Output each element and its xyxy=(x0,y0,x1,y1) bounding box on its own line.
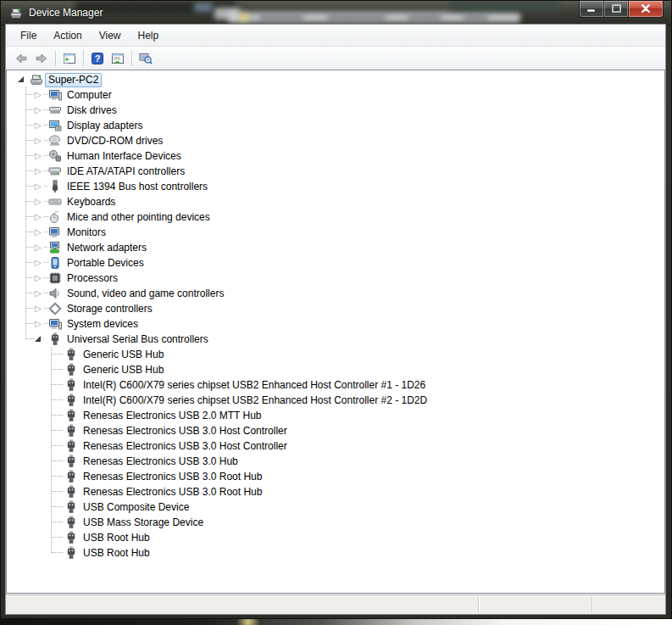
tree-item[interactable]: ▷Display adapters xyxy=(7,118,664,133)
tree-item-label[interactable]: Monitors xyxy=(64,226,109,240)
tree-item-label[interactable]: Disk drives xyxy=(64,103,120,118)
tree-item-label[interactable]: Renesas Electronics USB 3.0 Host Control… xyxy=(80,424,291,438)
tree-item-label[interactable]: Computer xyxy=(64,88,115,103)
tree-item[interactable]: Intel(R) C600/X79 series chipset USB2 En… xyxy=(7,393,664,408)
help-button[interactable]: ? xyxy=(87,49,108,68)
expand-arrow-icon[interactable]: ▷ xyxy=(35,289,43,298)
tree-item-label[interactable]: Super-PC2 xyxy=(45,73,102,87)
tree-item-label[interactable]: Keyboards xyxy=(64,195,119,209)
minimize-button[interactable] xyxy=(579,1,604,18)
tree-item[interactable]: Renesas Electronics USB 3.0 Root Hub xyxy=(7,484,664,499)
tree-item-label[interactable]: USB Mass Storage Device xyxy=(80,516,207,530)
tree-item[interactable]: ▷Sound, video and game controllers xyxy=(7,286,664,301)
tree-item-label[interactable]: Renesas Electronics USB 3.0 Host Control… xyxy=(80,439,291,454)
tree-item-label[interactable]: Intel(R) C600/X79 series chipset USB2 En… xyxy=(80,378,429,393)
tree-item-label[interactable]: USB Composite Device xyxy=(80,500,192,515)
tree-item[interactable]: ▷Portable Devices xyxy=(7,255,664,271)
tree-item[interactable]: ▷Storage controllers xyxy=(7,301,664,316)
tree-item[interactable]: ▷DVD/CD-ROM drives xyxy=(7,133,664,148)
tree-item[interactable]: Generic USB Hub xyxy=(7,362,664,377)
tree-item[interactable]: ▷Human Interface Devices xyxy=(7,148,664,164)
tree-item-label[interactable]: Human Interface Devices xyxy=(64,149,185,164)
tree-item-label[interactable]: Renesas Electronics USB 3.0 Root Hub xyxy=(80,470,265,484)
tree-item[interactable]: Renesas Electronics USB 3.0 Hub xyxy=(7,454,664,469)
forward-arrow-button[interactable] xyxy=(31,49,52,68)
scan-hardware-changes-button[interactable] xyxy=(136,49,156,68)
expand-arrow-icon[interactable]: ▷ xyxy=(35,121,43,130)
tree-item[interactable]: ▷Network adapters xyxy=(7,240,664,255)
expand-arrow-icon[interactable]: ▷ xyxy=(35,213,43,221)
collapse-arrow-icon[interactable] xyxy=(18,76,24,82)
expand-arrow-icon[interactable]: ▷ xyxy=(35,274,43,282)
tree-item-label[interactable]: Generic USB Hub xyxy=(80,363,167,377)
tree-item[interactable]: ▷System devices xyxy=(7,316,664,332)
tree-item-label[interactable]: Renesas Electronics USB 3.0 Root Hub xyxy=(80,485,265,499)
tree-line xyxy=(51,423,52,438)
tree-item[interactable]: Universal Serial Bus controllers xyxy=(7,332,664,347)
expand-arrow-icon[interactable]: ▷ xyxy=(35,243,43,252)
expand-arrow-icon[interactable]: ▷ xyxy=(35,320,43,328)
tree-item-label[interactable]: Portable Devices xyxy=(64,256,147,271)
menu-action[interactable]: Action xyxy=(46,27,89,44)
tree-item-label[interactable]: Renesas Electronics USB 2.0 MTT Hub xyxy=(80,409,265,423)
properties-window-button[interactable] xyxy=(108,49,128,68)
maximize-button[interactable] xyxy=(604,1,629,18)
expand-arrow-icon[interactable]: ▷ xyxy=(35,137,43,145)
tree-item-label[interactable]: USB Root Hub xyxy=(80,546,153,561)
usb-device-icon xyxy=(64,485,78,499)
expand-arrow-icon[interactable]: ▷ xyxy=(35,106,43,114)
expand-arrow-icon[interactable]: ▷ xyxy=(35,259,43,267)
tree-item-label[interactable]: IDE ATA/ATAPI controllers xyxy=(64,165,188,179)
tree-item[interactable]: Renesas Electronics USB 3.0 Root Hub xyxy=(7,469,664,484)
tree-item-label[interactable]: Sound, video and game controllers xyxy=(64,287,227,301)
expand-arrow-icon[interactable]: ▷ xyxy=(35,304,43,313)
tree-item[interactable]: ▷IEEE 1394 Bus host controllers xyxy=(7,179,664,194)
tree-item[interactable]: Renesas Electronics USB 3.0 Host Control… xyxy=(7,423,664,438)
tree-item-label[interactable]: Intel(R) C600/X79 series chipset USB2 En… xyxy=(80,393,430,408)
expand-arrow-icon[interactable]: ▷ xyxy=(35,198,43,206)
tree-item-label[interactable]: Storage controllers xyxy=(64,302,156,316)
tree-item[interactable]: USB Composite Device xyxy=(7,499,664,515)
tree-item-label[interactable]: Generic USB Hub xyxy=(80,348,167,362)
tree-item[interactable]: Super-PC2 xyxy=(7,72,664,87)
tree-item-label[interactable]: DVD/CD-ROM drives xyxy=(64,134,166,148)
tree-item[interactable]: USB Root Hub xyxy=(7,545,664,561)
tree-item[interactable]: USB Mass Storage Device xyxy=(7,515,664,530)
expand-arrow-icon[interactable]: ▷ xyxy=(35,152,43,160)
tree-item-label[interactable]: System devices xyxy=(64,317,142,332)
tree-item[interactable]: ▷IDE ATA/ATAPI controllers xyxy=(7,164,664,179)
collapse-arrow-icon[interactable] xyxy=(35,336,41,342)
title-bar[interactable]: Device Manager xyxy=(1,1,671,25)
tree-item-label[interactable]: USB Root Hub xyxy=(80,531,153,545)
expand-arrow-icon[interactable]: ▷ xyxy=(35,167,43,176)
tree-item-label[interactable]: Mice and other pointing devices xyxy=(64,210,214,225)
tree-item[interactable]: Renesas Electronics USB 2.0 MTT Hub xyxy=(7,408,664,423)
tree-item[interactable]: ▷Mice and other pointing devices xyxy=(7,209,664,225)
menu-view[interactable]: View xyxy=(92,27,129,44)
menu-file[interactable]: File xyxy=(13,27,44,44)
show-hide-console-tree-button[interactable] xyxy=(59,49,80,68)
tree-item-label[interactable]: Network adapters xyxy=(64,241,150,255)
tree-item-label[interactable]: IEEE 1394 Bus host controllers xyxy=(64,180,211,194)
tree-item-label[interactable]: Processors xyxy=(64,271,121,286)
expand-arrow-icon[interactable]: ▷ xyxy=(35,91,43,99)
tree-item-label[interactable]: Renesas Electronics USB 3.0 Hub xyxy=(80,455,242,469)
tree-item[interactable]: ▷Disk drives xyxy=(7,103,664,118)
back-arrow-button[interactable] xyxy=(11,49,31,68)
tree-item[interactable]: Generic USB Hub xyxy=(7,347,664,362)
usb-device-icon xyxy=(64,409,78,422)
menu-help[interactable]: Help xyxy=(131,27,167,44)
tree-item-label[interactable]: Display adapters xyxy=(64,119,146,133)
tree-item-label[interactable]: Universal Serial Bus controllers xyxy=(64,332,212,347)
tree-item[interactable]: ▷Computer xyxy=(7,87,664,103)
tree-item[interactable]: ▷Processors xyxy=(7,271,664,286)
expand-arrow-icon[interactable]: ▷ xyxy=(35,182,43,191)
device-tree[interactable]: Super-PC2▷Computer▷Disk drives▷Display a… xyxy=(6,70,665,594)
tree-item[interactable]: Intel(R) C600/X79 series chipset USB2 En… xyxy=(7,377,664,393)
tree-item[interactable]: USB Root Hub xyxy=(7,530,664,545)
expand-arrow-icon[interactable]: ▷ xyxy=(35,228,43,237)
tree-item[interactable]: Renesas Electronics USB 3.0 Host Control… xyxy=(7,438,664,454)
tree-item[interactable]: ▷Keyboards xyxy=(7,194,664,209)
tree-item[interactable]: ▷Monitors xyxy=(7,225,664,240)
close-button[interactable] xyxy=(629,1,664,18)
